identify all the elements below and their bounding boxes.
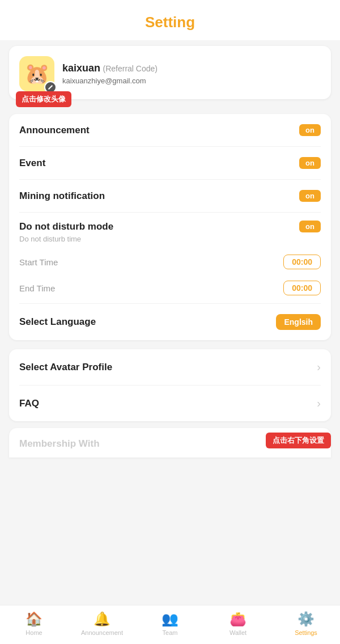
mining-label: Mining notification xyxy=(19,190,105,202)
wallet-icon: 👛 xyxy=(230,611,246,627)
announcement-icon: 🔔 xyxy=(94,611,110,627)
dnd-section: Do not disturb mode on Do not disturb ti… xyxy=(19,213,321,304)
event-on-badge[interactable]: on xyxy=(299,157,321,169)
nav-item-announcement[interactable]: 🔔 Announcement xyxy=(68,611,136,636)
dnd-label: Do not disturb mode xyxy=(19,221,113,232)
nav-item-team[interactable]: 👥 Team xyxy=(136,611,204,636)
language-label: Select Language xyxy=(19,316,96,328)
nav-item-home[interactable]: 🏠 Home xyxy=(0,611,68,636)
avatar-profile-label: Select Avatar Profile xyxy=(19,362,112,373)
team-icon: 👥 xyxy=(162,611,178,627)
avatar-wrap[interactable]: 🐹 xyxy=(19,56,54,91)
avatar-profile-chevron: › xyxy=(317,361,321,374)
bottom-nav: 🏠 Home 🔔 Announcement 👥 Team 👛 Wallet ⚙️… xyxy=(0,605,340,644)
faq-chevron: › xyxy=(317,397,321,410)
settings-icon: ⚙️ xyxy=(298,611,314,627)
home-icon: 🏠 xyxy=(26,611,42,627)
profile-info: kaixuan (Referral Code) kaixuanzhiye@gma… xyxy=(62,62,321,85)
faq-row[interactable]: FAQ › xyxy=(19,385,321,421)
start-time-row[interactable]: Start Time 00:00 xyxy=(19,249,321,275)
mining-on-badge[interactable]: on xyxy=(299,190,321,202)
profile-card: 🐹 kaixuan (Referral Code) kaixuanzhiye@g… xyxy=(9,46,331,99)
start-time-value[interactable]: 00:00 xyxy=(283,255,321,269)
settings-label: Settings xyxy=(295,629,317,636)
profile-username: kaixuan xyxy=(62,62,100,74)
tooltip-modify-avatar[interactable]: 点击修改头像 xyxy=(16,91,71,107)
announcement-row[interactable]: Announcement on xyxy=(19,114,321,147)
event-row[interactable]: Event on xyxy=(19,147,321,180)
end-time-label: End Time xyxy=(19,283,55,293)
mining-row[interactable]: Mining notification on xyxy=(19,180,321,213)
wallet-label: Wallet xyxy=(230,629,246,636)
dnd-on-badge[interactable]: on xyxy=(299,221,321,232)
end-time-row[interactable]: End Time 00:00 xyxy=(19,275,321,303)
page-header: Setting xyxy=(0,0,340,40)
profile-referral: (Referral Code) xyxy=(103,64,158,73)
language-badge[interactable]: Englsih xyxy=(276,314,321,330)
dnd-header-row: Do not disturb mode on xyxy=(19,221,321,232)
faq-label: FAQ xyxy=(19,398,39,409)
language-row[interactable]: Select Language Englsih xyxy=(19,304,321,340)
event-label: Event xyxy=(19,158,45,169)
announcement-nav-label: Announcement xyxy=(81,629,123,636)
profile-name-row: kaixuan (Referral Code) xyxy=(62,62,321,74)
end-time-value[interactable]: 00:00 xyxy=(283,281,321,295)
dnd-sub-label: Do not disturb time xyxy=(19,235,321,243)
membership-label: Membership With xyxy=(19,438,100,449)
team-label: Team xyxy=(163,629,178,636)
membership-row: Membership With 点击右下角设置 xyxy=(9,428,331,457)
links-card: Select Avatar Profile › FAQ › xyxy=(9,349,331,421)
tooltip-bottom-right[interactable]: 点击右下角设置 xyxy=(266,433,331,448)
nav-item-wallet[interactable]: 👛 Wallet xyxy=(204,611,272,636)
start-time-label: Start Time xyxy=(19,257,58,267)
avatar-profile-row[interactable]: Select Avatar Profile › xyxy=(19,349,321,385)
notification-settings-card: Announcement on Event on Mining notifica… xyxy=(9,114,331,340)
profile-email: kaixuanzhiye@gmail.com xyxy=(62,77,321,85)
home-label: Home xyxy=(26,629,42,636)
svg-point-0 xyxy=(52,88,53,90)
announcement-label: Announcement xyxy=(19,125,90,136)
announcement-on-badge[interactable]: on xyxy=(299,124,321,136)
page-title: Setting xyxy=(145,14,195,31)
avatar-emoji: 🐹 xyxy=(24,62,50,86)
nav-item-settings[interactable]: ⚙️ Settings xyxy=(272,611,340,636)
